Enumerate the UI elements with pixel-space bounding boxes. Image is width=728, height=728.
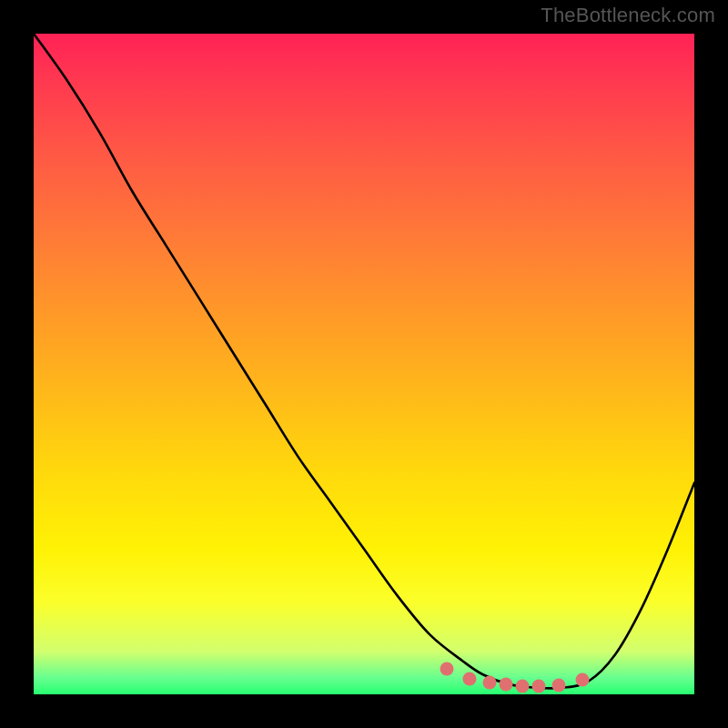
- highlight-dot: [552, 678, 566, 692]
- highlight-dot: [463, 672, 477, 685]
- chart-container: TheBottleneck.com: [0, 0, 728, 728]
- highlight-dots-layer: [34, 34, 694, 694]
- plot-area: [34, 34, 694, 694]
- highlight-dot: [575, 673, 589, 687]
- highlight-dot: [482, 675, 496, 689]
- highlight-dot: [500, 678, 513, 692]
- highlight-dot: [440, 662, 453, 676]
- highlight-dot: [516, 679, 530, 693]
- watermark-text: TheBottleneck.com: [541, 4, 715, 27]
- highlight-dot: [532, 680, 546, 693]
